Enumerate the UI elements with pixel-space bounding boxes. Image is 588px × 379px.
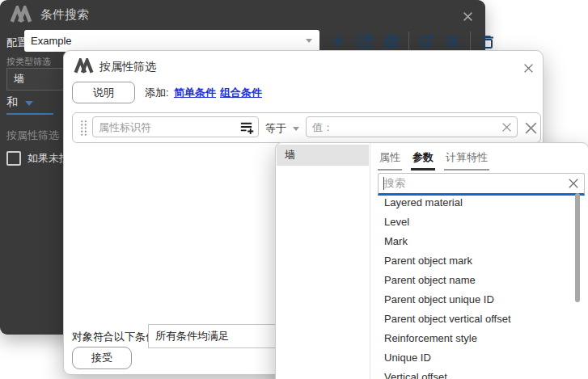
plus-icon [328,32,348,51]
close-icon[interactable] [520,60,536,76]
property-option[interactable]: Vertical offset [371,368,573,379]
chevron-down-icon [25,101,33,106]
window-title: 条件搜索 [40,7,89,23]
if-not-found-checkbox[interactable]: 如果未找 [6,151,70,166]
operator-dropdown[interactable]: 等于 [265,121,299,136]
tab-computed-characteristics[interactable]: 计算特性 [444,150,489,171]
property-option[interactable]: Parent object unique ID [371,290,573,310]
duplicate-config-button[interactable] [382,32,401,51]
clear-value-icon[interactable] [501,122,512,133]
match-conditions-label: 对象符合以下条件 [72,330,156,344]
popup-property-picker: 墙 属性 参数 计算特性 Layered material Level Mark… [275,142,588,379]
object-type-option-selected[interactable]: 墙 [277,145,369,166]
operator-value: 等于 [265,121,286,136]
add-simple-condition-link[interactable]: 简单条件 [174,86,216,100]
operator-underline [6,113,53,115]
value-input[interactable] [312,119,494,135]
value-field [306,116,518,137]
edit-icon [355,32,374,51]
property-option[interactable]: Level [371,213,573,232]
match-mode-value: 所有条件均满足 [155,329,229,343]
trash-icon [478,32,497,51]
export-icon [417,32,436,51]
object-type-value: 墙 [14,72,24,86]
app-logo-icon [74,58,94,74]
search-input[interactable] [384,175,563,190]
property-option[interactable]: Parent object name [371,271,573,290]
property-option[interactable]: Unique ID [371,348,573,368]
close-icon[interactable] [459,8,476,24]
chevron-down-icon [306,39,312,43]
property-option[interactable]: Parent object vertical offset [371,310,573,329]
separator [470,32,471,51]
tab-properties[interactable]: 属性 [378,150,402,171]
property-option[interactable]: Parent object mark [371,251,573,271]
desktop: 条件搜索 配置: Example [0,0,588,379]
clear-search-icon[interactable] [568,178,579,189]
edit-config-button[interactable] [355,32,374,51]
add-combined-condition-link[interactable]: 组合条件 [220,86,262,100]
app-logo-icon [10,6,32,23]
config-value: Example [31,35,72,47]
property-tabs: 属性 参数 计算特性 [378,150,489,171]
logic-operator-dropdown[interactable]: 和 [6,95,33,110]
logic-operator-value: 和 [6,95,18,110]
property-list: Layered material Level Mark Parent objec… [371,193,573,379]
import-icon [443,32,463,51]
object-type-list: 墙 [276,143,370,379]
help-button[interactable]: 说明 [72,82,135,103]
search-field [378,173,585,196]
attribute-identifier-input[interactable] [99,119,235,135]
duplicate-icon [382,32,401,51]
separator [408,32,409,51]
accept-button[interactable]: 接受 [72,347,132,369]
attribute-identifier-field [92,116,259,137]
dialog-title: 按属性筛选 [99,60,156,74]
add-config-button[interactable] [328,32,348,51]
property-option[interactable]: Reinforcement style [371,329,573,348]
add-label: 添加: [145,86,169,100]
tab-parameters[interactable]: 参数 [411,150,435,171]
config-select[interactable]: Example [24,30,319,52]
pick-attribute-icon[interactable] [239,120,254,135]
delete-config-button[interactable] [478,32,497,51]
property-option[interactable]: Mark [371,232,573,251]
config-toolbar [328,31,497,52]
export-config-button[interactable] [417,32,436,51]
import-config-button[interactable] [443,32,463,51]
chevron-down-icon [293,127,299,131]
drag-handle-icon[interactable] [79,119,88,137]
scrollbar-thumb[interactable] [575,193,580,302]
condition-row: 等于 [72,112,541,143]
property-option[interactable]: Layered material [371,193,573,213]
checkbox-icon [6,151,21,166]
filter-by-type-label: 按类型筛选 [6,56,51,68]
delete-condition-icon[interactable] [522,120,539,136]
filter-by-property-placeholder: 按属性筛选 [6,128,59,143]
